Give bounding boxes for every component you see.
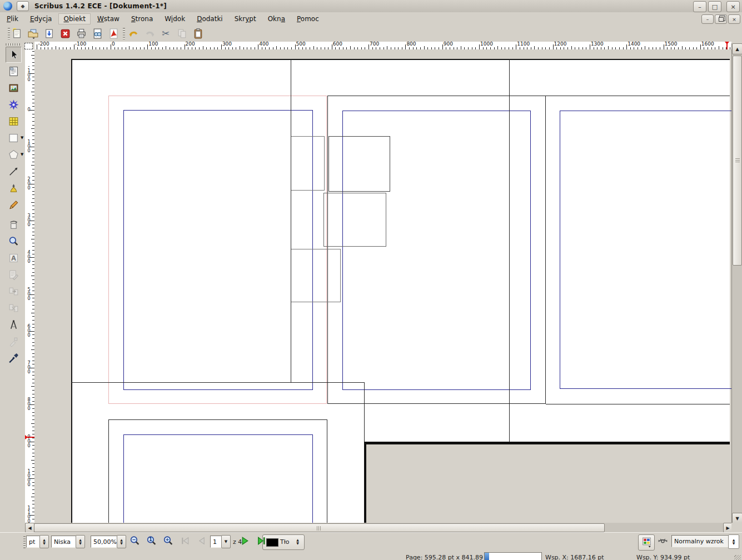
titlebar[interactable]: ◆ Scribus 1.4.2 ECE - [Dokument-1*] –□× (0, 0, 742, 13)
menu-obiekt[interactable]: Obiekt (58, 13, 90, 24)
zoom-in-button[interactable]: + (162, 536, 174, 548)
insert-text-frame-tool[interactable] (6, 63, 22, 79)
layer-combo[interactable]: Tło ▲▼ (262, 534, 305, 550)
insert-freehand-tool[interactable] (6, 197, 22, 213)
previous-page-button[interactable] (195, 536, 207, 548)
close-document-button[interactable] (58, 27, 72, 40)
measurements-tool[interactable] (6, 317, 22, 333)
nav-next-icon (239, 535, 251, 548)
tool-palette-handle[interactable] (6, 43, 20, 46)
scroll-left-button[interactable]: ◀ (25, 523, 34, 533)
margin-guide-page3 (560, 111, 731, 389)
insert-shape-tool[interactable] (6, 130, 22, 146)
next-page-button[interactable] (238, 536, 251, 548)
menu-pomoc[interactable]: Pomoc (292, 13, 324, 24)
insert-render-frame-tool[interactable] (6, 97, 22, 113)
last-page-button[interactable] (255, 536, 267, 548)
edit-toolbar-handle[interactable] (123, 28, 125, 39)
rotate-item-tool[interactable] (6, 217, 22, 233)
preview-mode-button[interactable] (656, 536, 669, 548)
unlink-text-frames-tool[interactable] (6, 300, 22, 316)
ruler-tick (479, 44, 480, 49)
new-document-button[interactable] (10, 27, 23, 40)
insert-image-frame-tool[interactable] (6, 80, 22, 96)
small-frame-3[interactable] (323, 193, 386, 247)
save-document-button[interactable] (42, 27, 56, 40)
vertical-scroll-thumb[interactable] (733, 56, 742, 266)
small-frame-4[interactable] (291, 249, 341, 302)
mdi-restore-button[interactable] (715, 14, 727, 24)
magnifier-icon (8, 236, 19, 247)
window-minimize-button[interactable]: – (693, 1, 706, 12)
horizontal-scrollbar[interactable]: ◀ ▶ (25, 523, 731, 532)
vision-defect-spinner[interactable]: ▲▼ (728, 534, 739, 549)
redo-button[interactable] (143, 27, 156, 40)
undo-button[interactable] (127, 27, 140, 40)
document-menu-icon[interactable]: ◆ (17, 1, 29, 11)
preview-quality-spinner[interactable]: ▲▼ (76, 535, 85, 548)
print-preview-button[interactable] (91, 27, 104, 40)
insert-polygon-tool-dropdown[interactable]: ▼ (21, 152, 25, 157)
export-pdf-button[interactable] (107, 27, 120, 40)
horizontal-ruler[interactable]: -200-10001002003004005006007008009001000… (34, 42, 731, 50)
copy-button[interactable] (175, 27, 188, 40)
zoom-out-button[interactable]: − (128, 536, 141, 548)
cut-button[interactable]: ✂ (159, 27, 172, 40)
new-document-icon (11, 28, 23, 39)
ruler-origin-box[interactable] (22, 42, 34, 49)
open-folder-icon (27, 28, 39, 39)
paste-button[interactable] (191, 27, 205, 40)
vertical-scrollbar[interactable]: ▲ ▼ (731, 43, 742, 523)
ruler-label: 800 (27, 398, 31, 411)
preview-quality-combo[interactable]: Niska (51, 536, 77, 548)
edit-contents-tool[interactable]: A (6, 250, 22, 266)
horizontal-scroll-thumb[interactable] (34, 523, 605, 532)
menu-okna[interactable]: Okna (263, 13, 290, 24)
ruler-label: 1500 (665, 42, 678, 47)
insert-bezier-tool[interactable] (6, 180, 22, 196)
menu-widok[interactable]: Widok (160, 13, 190, 24)
menu-plik[interactable]: Plik (2, 13, 23, 24)
page-number-dropdown[interactable]: ▼ (221, 535, 231, 548)
window-resize-grip[interactable] (734, 555, 741, 560)
window-maximize-button[interactable]: □ (708, 1, 721, 12)
insert-table-tool[interactable] (6, 113, 22, 129)
zoom-actual-button[interactable]: 1 (145, 536, 157, 548)
menu-dodatki[interactable]: Dodatki (192, 13, 228, 24)
insert-polygon-tool[interactable] (6, 147, 22, 163)
first-page-button[interactable] (178, 536, 191, 548)
open-document-button[interactable] (26, 27, 39, 40)
vertical-ruler[interactable]: -100010020030040050060070080090010001100 (25, 49, 35, 523)
eyedropper-tool[interactable] (6, 350, 22, 366)
insert-shape-tool-dropdown[interactable]: ▼ (21, 136, 25, 140)
insert-line-tool[interactable] (6, 163, 22, 179)
zoom-level-spinner[interactable]: ▲▼ (117, 535, 126, 548)
zoom-tool[interactable] (6, 233, 22, 249)
canvas-viewport[interactable] (34, 49, 731, 523)
page-frame-bottom[interactable] (108, 419, 327, 523)
window-close-button[interactable]: × (726, 1, 740, 12)
select-tool[interactable] (6, 47, 22, 63)
zoom-level-field[interactable]: 50,00% (91, 536, 118, 548)
menu-strona[interactable]: Strona (126, 13, 158, 24)
vision-defect-combo[interactable]: Normalny wzrok (671, 535, 729, 547)
mdi-minimize-button[interactable]: – (701, 14, 714, 24)
small-frame-2[interactable] (328, 136, 390, 192)
page-number-combo[interactable]: 1 (210, 536, 222, 548)
menu-wstaw[interactable]: Wstaw (92, 13, 125, 24)
menu-skrypt[interactable]: Skrypt (230, 13, 261, 24)
copy-properties-tool[interactable] (6, 333, 22, 349)
menu-edycja[interactable]: Edycja (25, 13, 57, 24)
unit-combo-spinner[interactable]: ▲▼ (39, 535, 49, 548)
mdi-close-button[interactable]: × (728, 14, 740, 24)
link-text-frames-tool[interactable] (6, 283, 22, 299)
color-management-button[interactable] (638, 534, 655, 551)
statusbar-handle (23, 536, 26, 548)
print-button[interactable] (74, 27, 88, 40)
unit-combo[interactable]: pt (26, 536, 41, 548)
layer-combo-spinner[interactable]: ▲▼ (293, 536, 302, 547)
small-frame-1[interactable] (291, 136, 325, 191)
scroll-down-button[interactable]: ▼ (732, 513, 742, 524)
scroll-up-button[interactable]: ▲ (732, 43, 742, 54)
story-editor-tool[interactable] (6, 267, 22, 283)
